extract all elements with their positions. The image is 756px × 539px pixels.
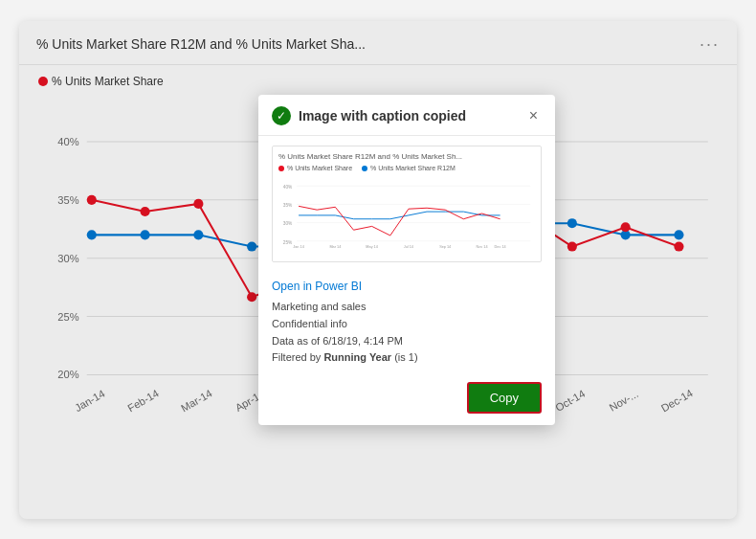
modal-header: ✓ Image with caption copied × bbox=[258, 95, 555, 136]
svg-text:Nov 14: Nov 14 bbox=[476, 246, 488, 250]
svg-text:Jul 14: Jul 14 bbox=[404, 246, 414, 250]
modal-title: Image with caption copied bbox=[299, 108, 466, 124]
svg-text:May 14: May 14 bbox=[366, 246, 378, 250]
modal-title-row: ✓ Image with caption copied bbox=[272, 106, 466, 125]
svg-text:Sep 14: Sep 14 bbox=[439, 246, 452, 250]
meta-line-2: Confidential info bbox=[272, 316, 542, 333]
check-icon: ✓ bbox=[272, 106, 291, 125]
meta-text-2: Confidential info bbox=[272, 318, 347, 329]
svg-text:Mar 14: Mar 14 bbox=[329, 246, 342, 250]
modal-close-button[interactable]: × bbox=[525, 106, 542, 125]
mini-legend-label-blue: % Units Market Share R12M bbox=[370, 165, 456, 171]
svg-text:25%: 25% bbox=[283, 240, 293, 245]
mini-chart-title: % Units Market Share R12M and % Units Ma… bbox=[278, 152, 535, 161]
mini-legend-item-red: % Units Market Share bbox=[278, 165, 352, 171]
mini-red-line bbox=[299, 207, 500, 236]
mini-legend-label-red: % Units Market Share bbox=[287, 165, 352, 171]
open-in-power-bi-link[interactable]: Open in Power BI bbox=[272, 280, 542, 293]
svg-text:Jan 14: Jan 14 bbox=[293, 246, 304, 250]
svg-text:30%: 30% bbox=[283, 222, 293, 227]
mini-dot-blue bbox=[362, 166, 367, 171]
modal-overlay: ✓ Image with caption copied × % Units Ma… bbox=[19, 21, 737, 519]
mini-chart-svg: 40% 35% 30% 25% Jan 14 Mar 14 May 14 Jul… bbox=[278, 175, 535, 252]
copy-modal: ✓ Image with caption copied × % Units Ma… bbox=[258, 95, 555, 424]
modal-footer: Copy bbox=[258, 372, 555, 425]
mini-blue-line bbox=[299, 212, 500, 219]
meta-line-4: Filtered by Running Year (is 1) bbox=[272, 349, 542, 367]
mini-chart-legend: % Units Market Share % Units Market Shar… bbox=[278, 165, 535, 171]
svg-text:40%: 40% bbox=[283, 185, 293, 190]
svg-text:Dec 14: Dec 14 bbox=[495, 246, 507, 250]
svg-text:35%: 35% bbox=[283, 204, 293, 209]
meta-text-1: Marketing and sales bbox=[272, 301, 366, 312]
meta-text-3: Data as of 6/18/19, 4:14 PM bbox=[272, 335, 403, 347]
mini-legend-item-blue: % Units Market Share R12M bbox=[362, 165, 456, 171]
copy-button[interactable]: Copy bbox=[467, 382, 542, 414]
mini-dot-red bbox=[278, 166, 284, 171]
main-card: % Units Market Share R12M and % Units Ma… bbox=[19, 21, 737, 519]
modal-metadata: Open in Power BI Marketing and sales Con… bbox=[258, 272, 555, 371]
meta-bold-word: Running Year bbox=[323, 351, 391, 363]
mini-chart-preview: % Units Market Share R12M and % Units Ma… bbox=[272, 146, 542, 262]
meta-line-3: Data as of 6/18/19, 4:14 PM bbox=[272, 333, 542, 350]
meta-line-1: Marketing and sales bbox=[272, 299, 542, 316]
